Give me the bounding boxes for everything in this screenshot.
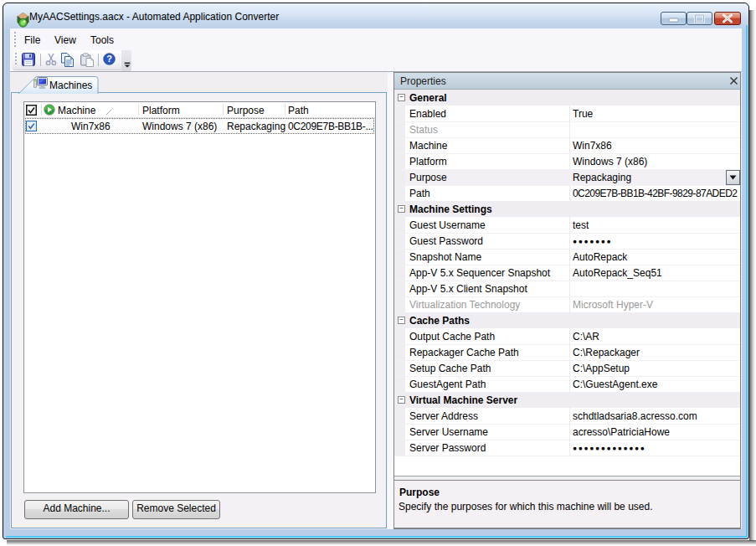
svg-text:?: ? — [106, 54, 112, 64]
